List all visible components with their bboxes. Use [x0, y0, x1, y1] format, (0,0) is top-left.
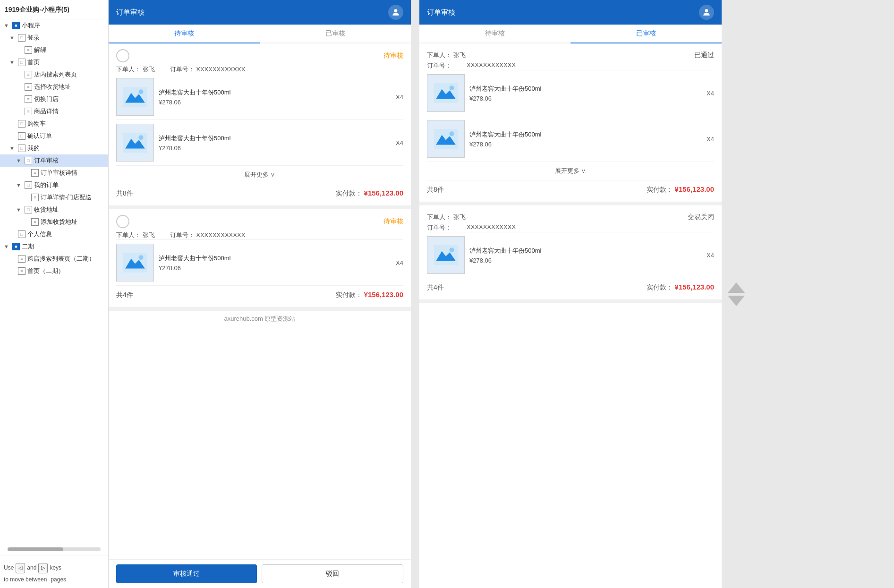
buyer-name: 张飞 — [143, 231, 155, 239]
sidebar-item-address[interactable]: ▼ □ 收货地址 — [0, 204, 108, 216]
sidebar-label: 我的 — [27, 144, 104, 153]
product-info: 泸州老窖大曲十年份500ml ¥278.06 — [159, 88, 391, 106]
order-status: 交易关闭 — [688, 213, 714, 222]
order-footer: 共4件 实付款： ¥156,123.00 — [116, 285, 403, 301]
right-order-card-2: 下单人： 张飞 交易关闭 订单号： XXXXXXXXXXXX — [419, 205, 722, 303]
order-meta: 下单人： 张飞 订单号： XXXXXXXXXXXX — [116, 65, 403, 74]
order-footer: 共8件 实付款： ¥156,123.00 — [427, 180, 714, 196]
buyer-info: 下单人： 张飞 — [427, 213, 466, 222]
sidebar-item-order-detail-store[interactable]: ≡ 订单详情-门店配送 — [0, 191, 108, 204]
product-qty: X4 — [707, 136, 714, 143]
sidebar-item-unbind[interactable]: ≡ 解绑 — [0, 44, 108, 56]
approve-button[interactable]: 审核通过 — [116, 564, 257, 583]
right-phone-panel: 订单审核 待审核 已审核 下单人： 张飞 已通过 订单号： — [419, 0, 722, 588]
sidebar-label: 选择收货地址 — [34, 83, 104, 91]
sidebar-item-home[interactable]: ▼ □ 首页 — [0, 56, 108, 68]
toggle-icon: ▼ — [9, 35, 16, 41]
scroll-down-arrow — [728, 296, 745, 306]
main-content: 订单审核 待审核 已审核 待审核 下单人： 张飞 — [109, 0, 894, 588]
toggle-icon: ▼ — [16, 158, 23, 163]
order-status: 待审核 — [383, 217, 403, 226]
sidebar-item-choose-address[interactable]: ≡ 选择收货地址 — [0, 81, 108, 93]
sidebar-label: 跨店搜索列表页（二期） — [27, 255, 104, 263]
tab-pending-right[interactable]: 待审核 — [419, 25, 570, 43]
sidebar-item-home2[interactable]: ≡ 首页（二期） — [0, 265, 108, 277]
product-image — [427, 120, 465, 158]
order-header: 待审核 — [116, 49, 403, 62]
sidebar-label: 首页 — [27, 58, 104, 67]
svg-rect-14 — [434, 129, 458, 149]
scrollbar-thumb — [8, 547, 63, 551]
sidebar: 1919企业购-小程序(5) ▼ ■ 小程序 ▼ □ 登录 ≡ 解绑 ▼ □ 首… — [0, 0, 109, 588]
product-info: 泸州老窖大曲十年份500ml ¥278.06 — [469, 247, 702, 264]
product-price: ¥278.06 — [469, 257, 702, 264]
product-image — [116, 78, 154, 116]
payment-label: 实付款： — [336, 189, 362, 197]
sidebar-item-search-list[interactable]: ≡ 店内搜索列表页 — [0, 68, 108, 81]
order-no: XXXXXXXXXXXX — [196, 66, 245, 73]
order-no: XXXXXXXXXXXX — [467, 61, 516, 70]
sidebar-label: 店内搜索列表页 — [34, 70, 104, 79]
sidebar-item-mine[interactable]: ▼ □ 我的 — [0, 142, 108, 154]
sidebar-item-login[interactable]: ▼ □ 登录 — [0, 32, 108, 44]
svg-point-9 — [139, 255, 144, 260]
buyer-prefix: 下单人： — [427, 51, 451, 59]
product-image — [116, 124, 154, 162]
order-footer: 共4件 实付款： ¥156,123.00 — [427, 278, 714, 294]
sidebar-item-personal-info[interactable]: □ 个人信息 — [0, 228, 108, 240]
sidebar-label: 购物车 — [27, 119, 104, 128]
folder-icon: □ — [18, 145, 26, 152]
sidebar-label: 解绑 — [34, 46, 104, 54]
folder-icon: □ — [18, 230, 26, 238]
sidebar-item-my-orders[interactable]: ▼ □ 我的订单 — [0, 179, 108, 191]
left-phone-panel: 订单审核 待审核 已审核 待审核 下单人： 张飞 — [109, 0, 411, 588]
sidebar-item-order-review-detail[interactable]: ≡ 订单审核详情 — [0, 167, 108, 179]
sidebar-label: 切换门店 — [34, 95, 104, 103]
svg-rect-11 — [434, 83, 458, 103]
folder-icon: □ — [25, 206, 32, 213]
svg-point-10 — [705, 9, 708, 12]
sidebar-item-confirm-order[interactable]: □ 确认订单 — [0, 130, 108, 142]
toggle-icon: ▼ — [16, 207, 23, 213]
doc-icon: ≡ — [25, 46, 32, 54]
sidebar-item-product-detail[interactable]: ≡ 商品详情 — [0, 105, 108, 118]
sidebar-item-mini-program[interactable]: ▼ ■ 小程序 — [0, 19, 108, 32]
total-qty: 共8件 — [116, 189, 133, 198]
order-total: ¥156,123.00 — [675, 283, 714, 291]
reject-button[interactable]: 驳回 — [262, 564, 403, 583]
order-header: 待审核 — [116, 215, 403, 228]
tab-approved-right[interactable]: 已审核 — [570, 25, 722, 43]
header-icon — [388, 5, 403, 20]
doc-icon: ≡ — [31, 218, 39, 226]
product-name: 泸州老窖大曲十年份500ml — [159, 134, 391, 143]
order-circle — [116, 215, 129, 228]
tab-pending[interactable]: 待审核 — [109, 25, 260, 43]
payment-info: 实付款： ¥156,123.00 — [647, 283, 714, 292]
sidebar-scrollbar[interactable] — [8, 547, 101, 551]
order-meta: 下单人： 张飞 交易关闭 — [427, 213, 714, 222]
product-name: 泸州老窖大曲十年份500ml — [469, 85, 702, 93]
expand-more[interactable]: 展开更多 ∨ — [427, 162, 714, 180]
svg-rect-7 — [123, 253, 147, 273]
buyer-name: 张飞 — [143, 66, 155, 73]
expand-more[interactable]: 展开更多 ∨ — [116, 165, 403, 184]
sidebar-item-switch-store[interactable]: ≡ 切换门店 — [0, 93, 108, 105]
buyer-info: 下单人： 张飞 — [427, 51, 466, 60]
sidebar-item-phase2[interactable]: ▼ ■ 二期 — [0, 240, 108, 253]
folder-icon: □ — [18, 132, 26, 140]
sidebar-item-add-address[interactable]: ≡ 添加收货地址 — [0, 216, 108, 228]
sidebar-item-cross-search[interactable]: ≡ 跨店搜索列表页（二期） — [0, 253, 108, 265]
app-title: 1919企业购-小程序(5) — [0, 0, 108, 19]
sidebar-item-order-review[interactable]: ▼ □ 订单审核 — [0, 154, 108, 167]
order-no-prefix: 订单号： — [427, 61, 451, 70]
sidebar-label: 二期 — [22, 242, 104, 251]
and-text: and — [27, 563, 36, 572]
toggle-icon: ▼ — [9, 145, 16, 151]
sidebar-label: 商品详情 — [34, 107, 104, 116]
order-meta: 下单人： 张飞 已通过 — [427, 51, 714, 60]
header-icon — [699, 5, 714, 20]
sidebar-footer: Use ◁ and ▷ keys to move between pages — [0, 555, 108, 588]
order-no-prefix: 订单号： — [170, 66, 195, 73]
tab-approved[interactable]: 已审核 — [260, 25, 411, 43]
sidebar-item-cart[interactable]: □ 购物车 — [0, 118, 108, 130]
